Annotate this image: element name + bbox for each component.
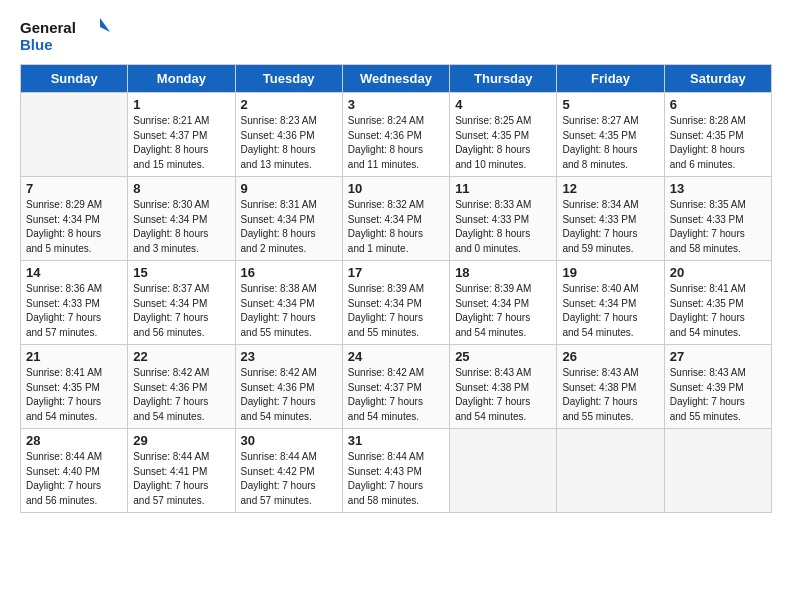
calendar-cell: 31Sunrise: 8:44 AMSunset: 4:43 PMDayligh… <box>342 429 449 513</box>
day-number: 5 <box>562 97 658 112</box>
calendar-cell: 6Sunrise: 8:28 AMSunset: 4:35 PMDaylight… <box>664 93 771 177</box>
weekday-header-monday: Monday <box>128 65 235 93</box>
calendar-cell: 15Sunrise: 8:37 AMSunset: 4:34 PMDayligh… <box>128 261 235 345</box>
calendar-week-5: 28Sunrise: 8:44 AMSunset: 4:40 PMDayligh… <box>21 429 772 513</box>
day-number: 31 <box>348 433 444 448</box>
calendar-cell: 24Sunrise: 8:42 AMSunset: 4:37 PMDayligh… <box>342 345 449 429</box>
day-info: Sunrise: 8:35 AMSunset: 4:33 PMDaylight:… <box>670 198 766 256</box>
day-number: 18 <box>455 265 551 280</box>
day-info: Sunrise: 8:28 AMSunset: 4:35 PMDaylight:… <box>670 114 766 172</box>
day-info: Sunrise: 8:41 AMSunset: 4:35 PMDaylight:… <box>26 366 122 424</box>
weekday-header-sunday: Sunday <box>21 65 128 93</box>
day-info: Sunrise: 8:43 AMSunset: 4:38 PMDaylight:… <box>455 366 551 424</box>
calendar-week-1: 1Sunrise: 8:21 AMSunset: 4:37 PMDaylight… <box>21 93 772 177</box>
day-number: 26 <box>562 349 658 364</box>
calendar-week-3: 14Sunrise: 8:36 AMSunset: 4:33 PMDayligh… <box>21 261 772 345</box>
weekday-header-thursday: Thursday <box>450 65 557 93</box>
day-number: 29 <box>133 433 229 448</box>
weekday-header-saturday: Saturday <box>664 65 771 93</box>
calendar-cell: 13Sunrise: 8:35 AMSunset: 4:33 PMDayligh… <box>664 177 771 261</box>
calendar-cell: 25Sunrise: 8:43 AMSunset: 4:38 PMDayligh… <box>450 345 557 429</box>
day-number: 10 <box>348 181 444 196</box>
day-number: 28 <box>26 433 122 448</box>
calendar-cell: 19Sunrise: 8:40 AMSunset: 4:34 PMDayligh… <box>557 261 664 345</box>
day-info: Sunrise: 8:24 AMSunset: 4:36 PMDaylight:… <box>348 114 444 172</box>
day-info: Sunrise: 8:44 AMSunset: 4:43 PMDaylight:… <box>348 450 444 508</box>
day-info: Sunrise: 8:43 AMSunset: 4:39 PMDaylight:… <box>670 366 766 424</box>
day-number: 15 <box>133 265 229 280</box>
calendar-cell <box>450 429 557 513</box>
day-number: 4 <box>455 97 551 112</box>
calendar-cell: 14Sunrise: 8:36 AMSunset: 4:33 PMDayligh… <box>21 261 128 345</box>
calendar-cell: 3Sunrise: 8:24 AMSunset: 4:36 PMDaylight… <box>342 93 449 177</box>
day-info: Sunrise: 8:41 AMSunset: 4:35 PMDaylight:… <box>670 282 766 340</box>
day-info: Sunrise: 8:43 AMSunset: 4:38 PMDaylight:… <box>562 366 658 424</box>
day-info: Sunrise: 8:42 AMSunset: 4:36 PMDaylight:… <box>241 366 337 424</box>
calendar-cell: 21Sunrise: 8:41 AMSunset: 4:35 PMDayligh… <box>21 345 128 429</box>
day-number: 30 <box>241 433 337 448</box>
calendar-cell: 23Sunrise: 8:42 AMSunset: 4:36 PMDayligh… <box>235 345 342 429</box>
calendar-cell <box>557 429 664 513</box>
weekday-header-wednesday: Wednesday <box>342 65 449 93</box>
calendar-cell: 2Sunrise: 8:23 AMSunset: 4:36 PMDaylight… <box>235 93 342 177</box>
calendar-cell: 17Sunrise: 8:39 AMSunset: 4:34 PMDayligh… <box>342 261 449 345</box>
day-number: 17 <box>348 265 444 280</box>
day-number: 21 <box>26 349 122 364</box>
calendar-cell: 26Sunrise: 8:43 AMSunset: 4:38 PMDayligh… <box>557 345 664 429</box>
day-info: Sunrise: 8:44 AMSunset: 4:41 PMDaylight:… <box>133 450 229 508</box>
day-info: Sunrise: 8:27 AMSunset: 4:35 PMDaylight:… <box>562 114 658 172</box>
day-number: 7 <box>26 181 122 196</box>
calendar-cell: 11Sunrise: 8:33 AMSunset: 4:33 PMDayligh… <box>450 177 557 261</box>
day-number: 12 <box>562 181 658 196</box>
calendar-cell <box>21 93 128 177</box>
day-number: 27 <box>670 349 766 364</box>
day-number: 13 <box>670 181 766 196</box>
day-number: 22 <box>133 349 229 364</box>
day-number: 2 <box>241 97 337 112</box>
day-number: 19 <box>562 265 658 280</box>
calendar-cell: 27Sunrise: 8:43 AMSunset: 4:39 PMDayligh… <box>664 345 771 429</box>
header: General Blue <box>20 16 772 56</box>
day-info: Sunrise: 8:21 AMSunset: 4:37 PMDaylight:… <box>133 114 229 172</box>
calendar-cell: 9Sunrise: 8:31 AMSunset: 4:34 PMDaylight… <box>235 177 342 261</box>
calendar-cell: 1Sunrise: 8:21 AMSunset: 4:37 PMDaylight… <box>128 93 235 177</box>
day-info: Sunrise: 8:44 AMSunset: 4:40 PMDaylight:… <box>26 450 122 508</box>
calendar-cell: 29Sunrise: 8:44 AMSunset: 4:41 PMDayligh… <box>128 429 235 513</box>
svg-text:Blue: Blue <box>20 36 53 53</box>
day-number: 1 <box>133 97 229 112</box>
calendar-cell: 22Sunrise: 8:42 AMSunset: 4:36 PMDayligh… <box>128 345 235 429</box>
calendar-cell: 28Sunrise: 8:44 AMSunset: 4:40 PMDayligh… <box>21 429 128 513</box>
day-number: 16 <box>241 265 337 280</box>
day-info: Sunrise: 8:37 AMSunset: 4:34 PMDaylight:… <box>133 282 229 340</box>
day-info: Sunrise: 8:36 AMSunset: 4:33 PMDaylight:… <box>26 282 122 340</box>
day-number: 23 <box>241 349 337 364</box>
calendar-cell: 20Sunrise: 8:41 AMSunset: 4:35 PMDayligh… <box>664 261 771 345</box>
calendar-table: SundayMondayTuesdayWednesdayThursdayFrid… <box>20 64 772 513</box>
calendar-cell <box>664 429 771 513</box>
day-info: Sunrise: 8:38 AMSunset: 4:34 PMDaylight:… <box>241 282 337 340</box>
calendar-week-4: 21Sunrise: 8:41 AMSunset: 4:35 PMDayligh… <box>21 345 772 429</box>
calendar-cell: 16Sunrise: 8:38 AMSunset: 4:34 PMDayligh… <box>235 261 342 345</box>
day-info: Sunrise: 8:30 AMSunset: 4:34 PMDaylight:… <box>133 198 229 256</box>
weekday-header-friday: Friday <box>557 65 664 93</box>
day-number: 25 <box>455 349 551 364</box>
day-info: Sunrise: 8:34 AMSunset: 4:33 PMDaylight:… <box>562 198 658 256</box>
calendar-container: General Blue SundayMondayTuesdayWednesda… <box>0 0 792 529</box>
day-info: Sunrise: 8:31 AMSunset: 4:34 PMDaylight:… <box>241 198 337 256</box>
svg-text:General: General <box>20 19 76 36</box>
weekday-header-tuesday: Tuesday <box>235 65 342 93</box>
calendar-cell: 5Sunrise: 8:27 AMSunset: 4:35 PMDaylight… <box>557 93 664 177</box>
calendar-cell: 18Sunrise: 8:39 AMSunset: 4:34 PMDayligh… <box>450 261 557 345</box>
day-info: Sunrise: 8:39 AMSunset: 4:34 PMDaylight:… <box>455 282 551 340</box>
day-info: Sunrise: 8:32 AMSunset: 4:34 PMDaylight:… <box>348 198 444 256</box>
day-number: 14 <box>26 265 122 280</box>
calendar-cell: 10Sunrise: 8:32 AMSunset: 4:34 PMDayligh… <box>342 177 449 261</box>
day-info: Sunrise: 8:44 AMSunset: 4:42 PMDaylight:… <box>241 450 337 508</box>
calendar-cell: 12Sunrise: 8:34 AMSunset: 4:33 PMDayligh… <box>557 177 664 261</box>
calendar-week-2: 7Sunrise: 8:29 AMSunset: 4:34 PMDaylight… <box>21 177 772 261</box>
calendar-cell: 7Sunrise: 8:29 AMSunset: 4:34 PMDaylight… <box>21 177 128 261</box>
day-info: Sunrise: 8:29 AMSunset: 4:34 PMDaylight:… <box>26 198 122 256</box>
day-number: 11 <box>455 181 551 196</box>
day-info: Sunrise: 8:23 AMSunset: 4:36 PMDaylight:… <box>241 114 337 172</box>
day-info: Sunrise: 8:39 AMSunset: 4:34 PMDaylight:… <box>348 282 444 340</box>
